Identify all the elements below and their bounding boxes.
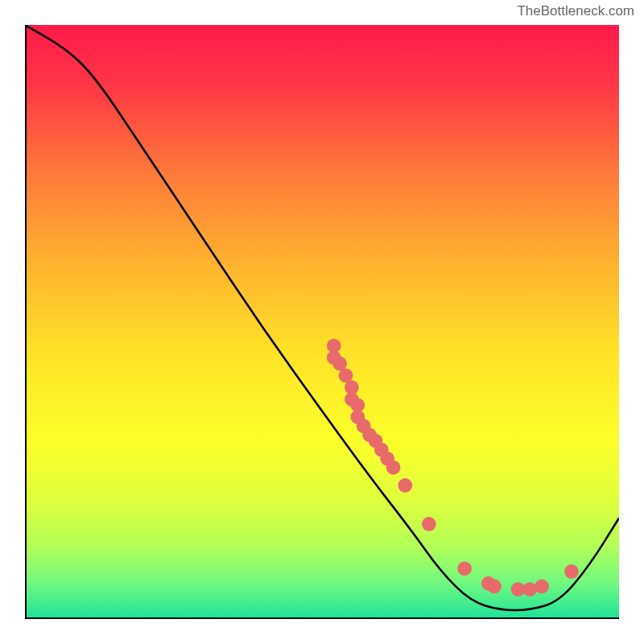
data-point bbox=[564, 564, 579, 579]
data-point bbox=[522, 582, 537, 597]
data-point bbox=[422, 517, 436, 531]
watermark-label: TheBottleneck.com bbox=[517, 3, 634, 19]
data-points bbox=[327, 339, 579, 597]
chart-container: TheBottleneck.com bbox=[0, 0, 644, 644]
data-point bbox=[487, 580, 502, 594]
bottleneck-curve bbox=[25, 25, 619, 610]
data-point bbox=[535, 580, 549, 594]
data-point bbox=[398, 478, 412, 493]
data-point bbox=[457, 561, 472, 576]
plot-area bbox=[25, 25, 619, 619]
chart-overlay bbox=[25, 25, 619, 619]
data-point bbox=[386, 460, 401, 475]
